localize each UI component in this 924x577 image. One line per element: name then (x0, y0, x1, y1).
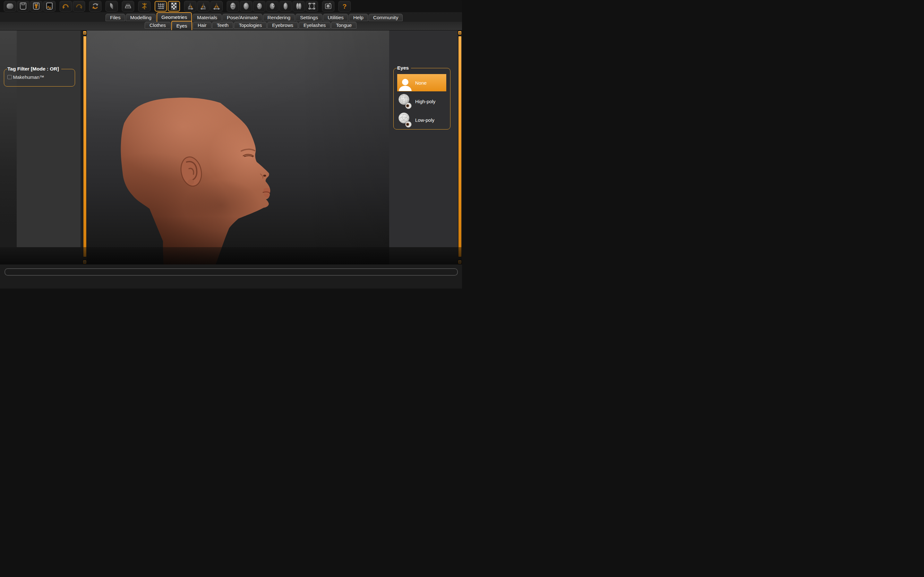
makehuman-window: ? Files Modelling Geometries Materials P… (0, 0, 462, 288)
tab-utilities[interactable]: Utilities (323, 14, 348, 21)
right-splitter[interactable] (457, 31, 462, 264)
tab-modelling[interactable]: Modelling (126, 14, 156, 21)
view-bottom-icon (294, 2, 303, 10)
tab-geometries[interactable]: Geometries (157, 12, 192, 22)
tab-teeth[interactable]: Teeth (212, 22, 234, 29)
toolbar-group-views (226, 1, 318, 12)
help-button[interactable]: ? (338, 1, 351, 11)
reset-camera-icon (308, 2, 316, 10)
eyes-option-low-poly-label: Low-poly (415, 117, 435, 123)
view-back-icon (242, 2, 250, 10)
save-button[interactable] (17, 1, 29, 11)
symmetry-left-button[interactable] (197, 1, 210, 11)
symmetry-both-button[interactable] (210, 1, 223, 11)
main-tab-bar: Files Modelling Geometries Materials Pos… (0, 12, 462, 22)
toolbar-group-help: ? (338, 1, 351, 12)
content-area: Tag Filter [Mode : OR] Makehuman™ (0, 31, 462, 264)
undo-button[interactable] (60, 1, 72, 11)
toolbar-group-pose (138, 1, 151, 12)
right-splitter-collapse-bottom[interactable] (457, 259, 462, 264)
reset-button[interactable] (89, 1, 102, 11)
undo-icon (61, 2, 70, 10)
view-right-icon (268, 2, 276, 10)
eyes-group: Eyes None High-poly Low-poly (393, 65, 451, 129)
viewport-3d[interactable] (87, 31, 389, 264)
tab-help[interactable]: Help (349, 14, 368, 21)
tab-tongue[interactable]: Tongue (331, 22, 357, 29)
tab-community[interactable]: Community (368, 14, 403, 21)
new-button[interactable] (4, 1, 16, 11)
redo-icon (75, 2, 83, 10)
person-silhouette-icon (397, 74, 413, 91)
toolbar-group-undo (59, 1, 86, 12)
makehuman-checkbox-label: Makehuman™ (13, 74, 45, 80)
eyes-group-title: Eyes (397, 65, 411, 71)
tab-materials[interactable]: Materials (192, 14, 222, 21)
left-splitter-handle[interactable] (83, 36, 87, 257)
tab-eyes[interactable]: Eyes (171, 21, 192, 30)
view-bottom-button[interactable] (292, 1, 305, 11)
toolbar-group-display (154, 1, 180, 12)
head-model (87, 31, 389, 264)
left-splitter-collapse-top[interactable] (82, 31, 87, 35)
view-front-button[interactable] (227, 1, 239, 11)
tag-filter-group: Tag Filter [Mode : OR] Makehuman™ (4, 66, 75, 87)
toolbar-group-wireframe (121, 1, 134, 12)
left-splitter[interactable] (82, 31, 87, 264)
toolbar-group-grab (322, 1, 334, 12)
grid-button[interactable] (155, 1, 167, 11)
tab-clothes[interactable]: Clothes (145, 22, 171, 29)
tab-hair[interactable]: Hair (193, 22, 212, 29)
left-splitter-collapse-bottom[interactable] (82, 259, 87, 264)
tab-eyebrows[interactable]: Eyebrows (267, 22, 298, 29)
view-right-button[interactable] (266, 1, 278, 11)
tag-filter-makehuman[interactable]: Makehuman™ (7, 74, 75, 80)
export-icon (32, 2, 40, 10)
eyes-option-high-poly[interactable]: High-poly (397, 93, 446, 110)
view-back-button[interactable] (240, 1, 252, 11)
right-splitter-collapse-top[interactable] (457, 31, 462, 35)
tab-pose-animate[interactable]: Pose/Animate (222, 14, 262, 21)
low-poly-eyeball-icon (397, 111, 413, 128)
load-icon (45, 2, 53, 10)
tab-settings[interactable]: Settings (296, 14, 322, 21)
eyes-option-none[interactable]: None (397, 74, 446, 91)
tab-rendering[interactable]: Rendering (263, 14, 295, 21)
left-panel (17, 31, 81, 247)
right-panel (389, 31, 458, 247)
pose-button[interactable] (138, 1, 150, 11)
view-top-icon (281, 2, 290, 10)
tab-files[interactable]: Files (105, 14, 125, 21)
toolbar-group-symmetry (184, 1, 223, 12)
reset-icon (91, 2, 99, 10)
load-button[interactable] (43, 1, 55, 11)
export-button[interactable] (30, 1, 42, 11)
right-splitter-handle[interactable] (458, 36, 462, 257)
smooth-button[interactable] (105, 1, 118, 11)
tab-eyelashes[interactable]: Eyelashes (299, 22, 330, 29)
high-poly-eyeball-icon (397, 93, 413, 110)
eyes-option-high-poly-label: High-poly (415, 99, 435, 104)
progress-bar (5, 268, 458, 276)
toolbar-group-reset (89, 1, 102, 12)
background-button[interactable] (168, 1, 180, 11)
symmetry-right-button[interactable] (184, 1, 196, 11)
redo-button[interactable] (73, 1, 85, 11)
view-left-button[interactable] (253, 1, 265, 11)
background-icon (170, 2, 178, 10)
symmetry-left-icon (199, 2, 208, 10)
tab-topologies[interactable]: Topologies (234, 22, 267, 29)
toolbar: ? (0, 0, 462, 12)
save-icon (19, 2, 27, 10)
wireframe-icon (124, 2, 132, 10)
eyes-option-low-poly[interactable]: Low-poly (397, 111, 446, 129)
grab-screenshot-button[interactable] (322, 1, 334, 11)
wireframe-button[interactable] (122, 1, 134, 11)
tag-filter-title: Tag Filter [Mode : OR] (7, 66, 61, 72)
toolbar-group-smooth (105, 1, 118, 12)
grid-icon (157, 2, 165, 10)
view-front-icon (229, 2, 237, 10)
reset-camera-button[interactable] (306, 1, 318, 11)
makehuman-checkbox[interactable] (7, 75, 12, 79)
view-top-button[interactable] (279, 1, 292, 11)
